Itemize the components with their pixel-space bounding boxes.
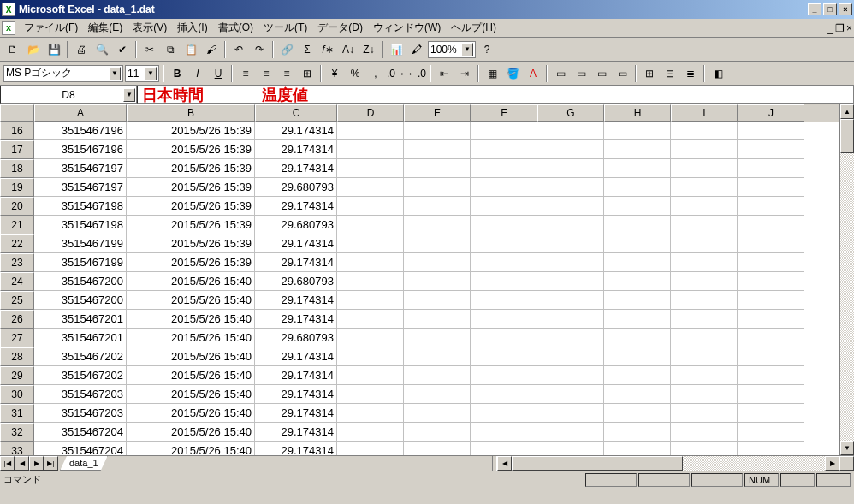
menu-tools[interactable]: ツール(T) (258, 19, 312, 37)
cell[interactable] (537, 310, 604, 329)
cell[interactable]: 29.174314 (255, 122, 337, 140)
cell[interactable]: 2015/5/26 15:39 (127, 159, 255, 178)
cell[interactable] (404, 385, 471, 404)
formula-bar[interactable]: 日本時間 温度値 (137, 86, 854, 104)
cell[interactable] (537, 442, 604, 455)
cell[interactable] (738, 310, 804, 329)
cell[interactable] (738, 140, 804, 159)
cell[interactable] (471, 385, 537, 404)
cell[interactable]: 3515467203 (34, 385, 127, 404)
column-header[interactable]: A (34, 104, 127, 122)
cell[interactable] (471, 122, 537, 140)
cell[interactable]: 2015/5/26 15:39 (127, 140, 255, 159)
cell[interactable] (738, 442, 804, 455)
cell[interactable]: 29.680793 (255, 216, 337, 234)
cell[interactable]: 3515467200 (34, 272, 127, 291)
zoom-combo[interactable]: 100% ▼ (428, 41, 476, 58)
cell[interactable] (537, 178, 604, 197)
fill-color-icon[interactable]: 🪣 (503, 64, 522, 83)
cell[interactable] (671, 442, 738, 455)
cell[interactable]: 29.174314 (255, 423, 337, 442)
spellcheck-icon[interactable]: ✔ (113, 40, 132, 59)
cell[interactable] (337, 234, 404, 253)
cell[interactable]: 2015/5/26 15:40 (127, 329, 255, 347)
cell[interactable] (471, 310, 537, 329)
cell[interactable] (337, 122, 404, 140)
row-header[interactable]: 29 (0, 366, 34, 385)
cell[interactable] (738, 404, 804, 423)
cell[interactable] (671, 178, 738, 197)
cell[interactable] (537, 347, 604, 366)
cell[interactable] (738, 159, 804, 178)
row-header[interactable]: 32 (0, 423, 34, 442)
column-header[interactable]: D (337, 104, 404, 122)
column-header[interactable]: H (604, 104, 671, 122)
sort-desc-icon[interactable]: Z↓ (359, 40, 378, 59)
cell[interactable] (604, 122, 671, 140)
cell[interactable] (671, 122, 738, 140)
cell[interactable] (404, 122, 471, 140)
cell[interactable] (404, 423, 471, 442)
cell[interactable] (671, 291, 738, 310)
column-header[interactable]: G (537, 104, 604, 122)
cell[interactable] (337, 140, 404, 159)
row-header[interactable]: 23 (0, 253, 34, 272)
column-header[interactable]: I (671, 104, 738, 122)
cell[interactable] (604, 140, 671, 159)
cell[interactable] (337, 272, 404, 291)
cell[interactable] (537, 423, 604, 442)
cell[interactable] (404, 140, 471, 159)
cell[interactable] (604, 291, 671, 310)
scroll-up-icon[interactable]: ▲ (840, 104, 854, 119)
cell[interactable]: 29.174314 (255, 159, 337, 178)
maximize-button[interactable]: □ (823, 3, 837, 15)
menu-format[interactable]: 書式(O) (213, 19, 258, 37)
cell[interactable]: 29.174314 (255, 291, 337, 310)
chevron-down-icon[interactable]: ▼ (109, 67, 121, 80)
copy-icon[interactable]: ⧉ (161, 40, 180, 59)
chevron-down-icon[interactable]: ▼ (123, 88, 135, 102)
column-header[interactable]: J (738, 104, 804, 122)
doc-restore-button[interactable]: ❐ (835, 22, 845, 34)
cell[interactable] (537, 253, 604, 272)
cell[interactable] (337, 253, 404, 272)
row-header[interactable]: 19 (0, 178, 34, 197)
cell[interactable] (738, 329, 804, 347)
cell[interactable]: 3515467204 (34, 423, 127, 442)
cell[interactable] (471, 216, 537, 234)
extra-tool-2-icon[interactable]: ▭ (572, 64, 590, 83)
cell[interactable] (671, 347, 738, 366)
cell[interactable]: 29.174314 (255, 310, 337, 329)
cell[interactable]: 3515467204 (34, 442, 127, 455)
undo-icon[interactable]: ↶ (229, 40, 248, 59)
cell[interactable] (537, 272, 604, 291)
doc-minimize-button[interactable]: _ (827, 22, 833, 34)
cell[interactable]: 3515467196 (34, 122, 127, 140)
document-icon[interactable]: X (2, 21, 15, 35)
cell[interactable] (604, 253, 671, 272)
cell[interactable]: 3515467197 (34, 159, 127, 178)
cell[interactable] (671, 253, 738, 272)
cell[interactable] (404, 442, 471, 455)
scroll-left-icon[interactable]: ◀ (497, 456, 512, 471)
cell[interactable] (671, 423, 738, 442)
cell[interactable] (404, 310, 471, 329)
cell[interactable]: 2015/5/26 15:39 (127, 178, 255, 197)
cell[interactable] (604, 347, 671, 366)
cell[interactable]: 3515467201 (34, 310, 127, 329)
cell[interactable] (671, 272, 738, 291)
cell[interactable] (471, 423, 537, 442)
column-header[interactable]: B (127, 104, 255, 122)
select-all-corner[interactable] (0, 104, 34, 122)
menu-help[interactable]: ヘルプ(H) (446, 19, 501, 37)
sheet-tab[interactable]: data_1 (60, 456, 108, 471)
cell[interactable] (537, 140, 604, 159)
cell[interactable] (471, 140, 537, 159)
cell[interactable] (471, 159, 537, 178)
cell[interactable] (604, 366, 671, 385)
cell[interactable] (337, 423, 404, 442)
cell[interactable] (738, 291, 804, 310)
cell[interactable] (671, 234, 738, 253)
percent-icon[interactable]: % (346, 64, 365, 83)
row-header[interactable]: 24 (0, 272, 34, 291)
